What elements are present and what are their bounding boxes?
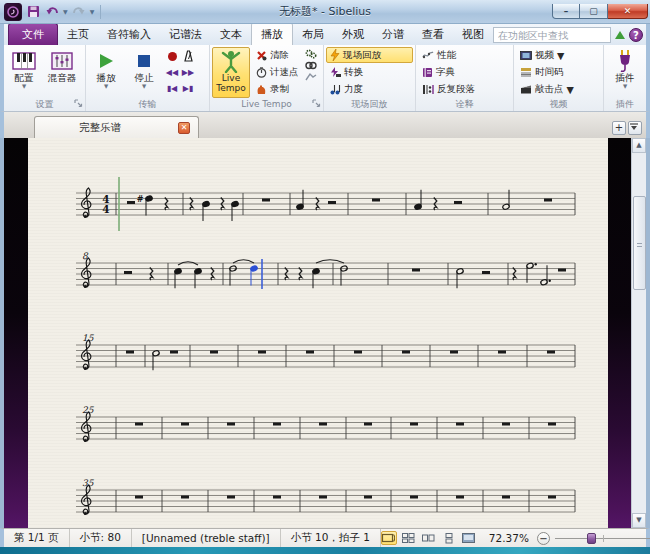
vertical-pages-icon — [444, 533, 454, 544]
minimize-button[interactable]: – — [552, 4, 580, 19]
status-page: 第 1/1 页 — [4, 529, 70, 547]
setup-button[interactable]: 配置 ▼ — [6, 47, 42, 98]
hit-points-button[interactable]: 敲击点 ▼ — [516, 81, 601, 97]
tab-appearance[interactable]: 外观 — [333, 24, 373, 45]
setup-label: 配置 — [15, 73, 34, 83]
svg-text:15: 15 — [82, 333, 95, 343]
status-bar: 第 1/1 页 小节: 80 [Unnamed (treble staff)] … — [0, 528, 650, 547]
vertical-scrollbar[interactable]: ▲ ▼ — [631, 138, 646, 528]
record-button[interactable] — [167, 51, 178, 62]
document-tab-full-score[interactable]: 完整乐谱 ✕ — [34, 116, 199, 138]
plugins-button[interactable]: 插件 ▼ — [607, 47, 643, 98]
staff[interactable]: 8 — [76, 251, 575, 289]
tab-play[interactable]: 播放 — [251, 23, 293, 45]
svg-text:4: 4 — [102, 203, 109, 215]
live-tempo-label-2: Tempo — [216, 83, 246, 93]
staff[interactable]: 15 — [76, 333, 575, 370]
collapse-ribbon-icon[interactable] — [615, 31, 625, 39]
ribbon-group-live-playback: 现场回放 转换 力度 现场回放 — [324, 45, 416, 111]
scroll-down-icon[interactable]: ▼ — [632, 513, 646, 528]
tap-points-button[interactable]: 计速点 — [252, 64, 303, 80]
chevron-down-icon: ▼ — [557, 50, 564, 61]
close-button[interactable]: ✕ — [608, 4, 648, 19]
mixer-button[interactable]: 混音器 — [44, 47, 80, 98]
scroll-up-icon[interactable]: ▲ — [632, 138, 646, 153]
tab-view[interactable]: 视图 — [453, 24, 493, 45]
rewind-button[interactable]: ◀◀ — [166, 68, 178, 77]
tempo-curve-icon[interactable] — [305, 72, 317, 81]
staff[interactable]: 44# — [76, 177, 575, 231]
transform-live-playback-button[interactable]: 转换 — [326, 64, 413, 80]
gears-icon[interactable] — [305, 49, 317, 59]
vertical-pages-view-button[interactable] — [441, 531, 457, 545]
move-to-start-button[interactable]: ▮◀ — [167, 84, 178, 93]
tab-notations[interactable]: 记谱法 — [160, 24, 211, 45]
staff[interactable]: 25 — [76, 405, 575, 442]
live-playback-button[interactable]: 现场回放 — [326, 47, 413, 63]
metronome-button[interactable] — [183, 50, 194, 62]
zoom-slider-track[interactable] — [555, 532, 650, 544]
record-icon — [167, 51, 178, 62]
full-screen-view-button[interactable] — [461, 531, 477, 545]
metronome-icon — [183, 50, 194, 62]
help-button[interactable]: ? — [629, 28, 643, 42]
record-live-tempo-button[interactable]: 录制 — [252, 81, 303, 97]
chevron-down-icon: ▼ — [623, 83, 627, 89]
timecode-button[interactable]: 时间码 — [516, 64, 601, 80]
video-icon — [520, 51, 532, 60]
tab-parts[interactable]: 分谱 — [373, 24, 413, 45]
ribbon-search-input[interactable] — [493, 27, 611, 43]
group-label-plugins: 插件 — [604, 98, 646, 111]
clear-live-tempo-button[interactable]: 清除 — [252, 47, 303, 63]
live-tempo-button[interactable]: Live Tempo — [212, 47, 250, 98]
music-notation[interactable]: 44#8152535 — [28, 138, 608, 528]
play-button[interactable]: 播放 ▼ — [88, 47, 124, 98]
maximize-button[interactable]: ▢ — [580, 4, 608, 19]
tab-file[interactable]: 文件 — [8, 23, 58, 45]
document-tab-bar: 完整乐谱 ✕ + — [0, 112, 650, 138]
video-button[interactable]: 视频 ▼ — [516, 47, 601, 63]
score-viewport: 44#8152535 ▲ ▼ — [0, 138, 650, 528]
svg-text:25: 25 — [82, 405, 95, 415]
dialog-launcher-icon[interactable] — [312, 99, 321, 108]
zoom-out-button[interactable]: − — [537, 532, 550, 545]
repeats-button[interactable]: 反复段落 — [418, 81, 511, 97]
performance-button[interactable]: 性能 — [418, 47, 511, 63]
zoom-slider-thumb[interactable] — [587, 533, 596, 544]
title-bar: ▼ ▼ 无标题* - Sibelius – ▢ ✕ — [0, 0, 650, 24]
tab-list-button[interactable] — [628, 121, 642, 135]
repeat-barline-icon — [422, 84, 434, 95]
score-page[interactable]: 44#8152535 — [28, 138, 608, 528]
chevron-down-icon: ▼ — [22, 83, 26, 89]
tab-review[interactable]: 查看 — [413, 24, 453, 45]
move-to-end-button[interactable]: ▶▮ — [183, 84, 194, 93]
transform-icon — [330, 67, 341, 78]
stop-button[interactable]: 停止 ▼ — [126, 47, 162, 98]
ribbon-group-plugins: 插件 ▼ 插件 — [604, 45, 646, 111]
rings-icon[interactable] — [305, 61, 317, 70]
tab-note-input[interactable]: 音符输入 — [98, 24, 160, 45]
tab-layout[interactable]: 布局 — [293, 24, 333, 45]
dialog-launcher-icon[interactable] — [74, 99, 83, 108]
plugins-label: 插件 — [616, 73, 635, 83]
new-tab-button[interactable]: + — [612, 121, 626, 135]
horizontal-pages-view-button[interactable] — [421, 531, 437, 545]
funnel-icon — [629, 122, 639, 132]
full-screen-icon — [462, 533, 475, 543]
fast-forward-button[interactable]: ▶▶ — [182, 68, 194, 77]
ribbon-tab-bar: 文件 主页 音符输入 记谱法 文本 播放 布局 外观 分谱 查看 视图 ? — [0, 24, 650, 45]
dictionary-button[interactable]: 字典 — [418, 64, 511, 80]
tab-text[interactable]: 文本 — [211, 24, 251, 45]
scrollbar-thumb[interactable] — [633, 196, 646, 290]
panorama-view-button[interactable] — [381, 531, 397, 545]
tab-home[interactable]: 主页 — [58, 24, 98, 45]
close-tab-icon[interactable]: ✕ — [178, 122, 190, 134]
chevron-down-icon: ▼ — [142, 83, 146, 89]
staff[interactable]: 35 — [76, 478, 575, 515]
spread-view-icon — [402, 533, 415, 543]
chevron-down-icon: ▼ — [567, 84, 574, 95]
spread-view-button[interactable] — [401, 531, 417, 545]
ribbon-group-interpretation: 性能 字典 反复段落 诠释 — [416, 45, 514, 111]
dynamics-button[interactable]: 力度 — [326, 81, 413, 97]
plugin-icon — [617, 49, 633, 73]
